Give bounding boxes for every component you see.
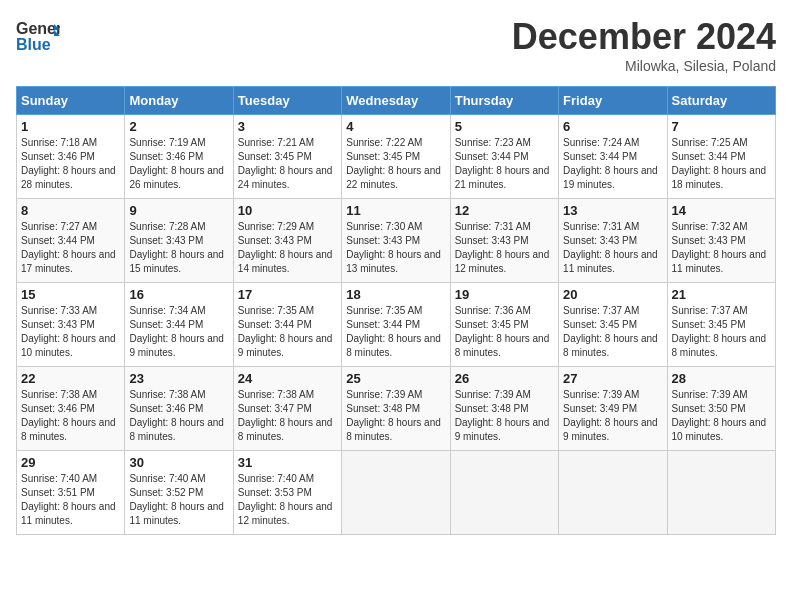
calendar-day-cell: 10 Sunrise: 7:29 AMSunset: 3:43 PMDaylig… bbox=[233, 199, 341, 283]
day-info: Sunrise: 7:39 AMSunset: 3:48 PMDaylight:… bbox=[455, 388, 554, 444]
day-number: 2 bbox=[129, 119, 228, 134]
day-info: Sunrise: 7:36 AMSunset: 3:45 PMDaylight:… bbox=[455, 304, 554, 360]
day-number: 15 bbox=[21, 287, 120, 302]
calendar-day-cell: 24 Sunrise: 7:38 AMSunset: 3:47 PMDaylig… bbox=[233, 367, 341, 451]
calendar-day-header: Friday bbox=[559, 87, 667, 115]
calendar-day-cell: 23 Sunrise: 7:38 AMSunset: 3:46 PMDaylig… bbox=[125, 367, 233, 451]
calendar-day-cell: 21 Sunrise: 7:37 AMSunset: 3:45 PMDaylig… bbox=[667, 283, 775, 367]
day-info: Sunrise: 7:38 AMSunset: 3:46 PMDaylight:… bbox=[21, 388, 120, 444]
calendar-day-cell bbox=[342, 451, 450, 535]
calendar-day-header: Wednesday bbox=[342, 87, 450, 115]
day-info: Sunrise: 7:35 AMSunset: 3:44 PMDaylight:… bbox=[238, 304, 337, 360]
calendar-day-cell: 9 Sunrise: 7:28 AMSunset: 3:43 PMDayligh… bbox=[125, 199, 233, 283]
day-number: 16 bbox=[129, 287, 228, 302]
day-info: Sunrise: 7:40 AMSunset: 3:53 PMDaylight:… bbox=[238, 472, 337, 528]
day-info: Sunrise: 7:18 AMSunset: 3:46 PMDaylight:… bbox=[21, 136, 120, 192]
day-info: Sunrise: 7:40 AMSunset: 3:52 PMDaylight:… bbox=[129, 472, 228, 528]
calendar-day-cell: 13 Sunrise: 7:31 AMSunset: 3:43 PMDaylig… bbox=[559, 199, 667, 283]
calendar-day-cell: 16 Sunrise: 7:34 AMSunset: 3:44 PMDaylig… bbox=[125, 283, 233, 367]
day-info: Sunrise: 7:24 AMSunset: 3:44 PMDaylight:… bbox=[563, 136, 662, 192]
day-number: 27 bbox=[563, 371, 662, 386]
day-number: 29 bbox=[21, 455, 120, 470]
calendar-day-header: Sunday bbox=[17, 87, 125, 115]
calendar-table: SundayMondayTuesdayWednesdayThursdayFrid… bbox=[16, 86, 776, 535]
day-number: 8 bbox=[21, 203, 120, 218]
day-info: Sunrise: 7:38 AMSunset: 3:46 PMDaylight:… bbox=[129, 388, 228, 444]
calendar-header-row: SundayMondayTuesdayWednesdayThursdayFrid… bbox=[17, 87, 776, 115]
day-number: 18 bbox=[346, 287, 445, 302]
day-number: 17 bbox=[238, 287, 337, 302]
calendar-day-cell: 19 Sunrise: 7:36 AMSunset: 3:45 PMDaylig… bbox=[450, 283, 558, 367]
day-info: Sunrise: 7:35 AMSunset: 3:44 PMDaylight:… bbox=[346, 304, 445, 360]
calendar-day-cell: 12 Sunrise: 7:31 AMSunset: 3:43 PMDaylig… bbox=[450, 199, 558, 283]
calendar-day-cell: 30 Sunrise: 7:40 AMSunset: 3:52 PMDaylig… bbox=[125, 451, 233, 535]
day-info: Sunrise: 7:32 AMSunset: 3:43 PMDaylight:… bbox=[672, 220, 771, 276]
day-info: Sunrise: 7:19 AMSunset: 3:46 PMDaylight:… bbox=[129, 136, 228, 192]
calendar-day-cell: 3 Sunrise: 7:21 AMSunset: 3:45 PMDayligh… bbox=[233, 115, 341, 199]
day-info: Sunrise: 7:23 AMSunset: 3:44 PMDaylight:… bbox=[455, 136, 554, 192]
day-number: 31 bbox=[238, 455, 337, 470]
calendar-week-row: 15 Sunrise: 7:33 AMSunset: 3:43 PMDaylig… bbox=[17, 283, 776, 367]
day-number: 20 bbox=[563, 287, 662, 302]
location-subtitle: Milowka, Silesia, Poland bbox=[512, 58, 776, 74]
calendar-body: 1 Sunrise: 7:18 AMSunset: 3:46 PMDayligh… bbox=[17, 115, 776, 535]
calendar-day-header: Thursday bbox=[450, 87, 558, 115]
day-number: 10 bbox=[238, 203, 337, 218]
day-info: Sunrise: 7:31 AMSunset: 3:43 PMDaylight:… bbox=[563, 220, 662, 276]
day-info: Sunrise: 7:39 AMSunset: 3:48 PMDaylight:… bbox=[346, 388, 445, 444]
day-info: Sunrise: 7:29 AMSunset: 3:43 PMDaylight:… bbox=[238, 220, 337, 276]
day-info: Sunrise: 7:30 AMSunset: 3:43 PMDaylight:… bbox=[346, 220, 445, 276]
day-number: 28 bbox=[672, 371, 771, 386]
day-number: 21 bbox=[672, 287, 771, 302]
calendar-day-cell: 31 Sunrise: 7:40 AMSunset: 3:53 PMDaylig… bbox=[233, 451, 341, 535]
calendar-day-cell: 20 Sunrise: 7:37 AMSunset: 3:45 PMDaylig… bbox=[559, 283, 667, 367]
day-info: Sunrise: 7:33 AMSunset: 3:43 PMDaylight:… bbox=[21, 304, 120, 360]
day-number: 6 bbox=[563, 119, 662, 134]
svg-text:General: General bbox=[16, 20, 60, 37]
calendar-day-cell: 6 Sunrise: 7:24 AMSunset: 3:44 PMDayligh… bbox=[559, 115, 667, 199]
calendar-day-cell: 26 Sunrise: 7:39 AMSunset: 3:48 PMDaylig… bbox=[450, 367, 558, 451]
day-info: Sunrise: 7:27 AMSunset: 3:44 PMDaylight:… bbox=[21, 220, 120, 276]
day-number: 19 bbox=[455, 287, 554, 302]
month-title: December 2024 bbox=[512, 16, 776, 58]
calendar-day-cell: 8 Sunrise: 7:27 AMSunset: 3:44 PMDayligh… bbox=[17, 199, 125, 283]
calendar-day-cell: 17 Sunrise: 7:35 AMSunset: 3:44 PMDaylig… bbox=[233, 283, 341, 367]
day-number: 4 bbox=[346, 119, 445, 134]
calendar-day-cell: 18 Sunrise: 7:35 AMSunset: 3:44 PMDaylig… bbox=[342, 283, 450, 367]
day-number: 23 bbox=[129, 371, 228, 386]
calendar-day-cell: 15 Sunrise: 7:33 AMSunset: 3:43 PMDaylig… bbox=[17, 283, 125, 367]
calendar-day-cell: 4 Sunrise: 7:22 AMSunset: 3:45 PMDayligh… bbox=[342, 115, 450, 199]
day-number: 22 bbox=[21, 371, 120, 386]
calendar-day-cell bbox=[450, 451, 558, 535]
day-info: Sunrise: 7:39 AMSunset: 3:49 PMDaylight:… bbox=[563, 388, 662, 444]
day-number: 14 bbox=[672, 203, 771, 218]
day-number: 30 bbox=[129, 455, 228, 470]
day-info: Sunrise: 7:21 AMSunset: 3:45 PMDaylight:… bbox=[238, 136, 337, 192]
calendar-day-cell: 2 Sunrise: 7:19 AMSunset: 3:46 PMDayligh… bbox=[125, 115, 233, 199]
calendar-day-cell: 11 Sunrise: 7:30 AMSunset: 3:43 PMDaylig… bbox=[342, 199, 450, 283]
title-block: December 2024 Milowka, Silesia, Poland bbox=[512, 16, 776, 74]
day-number: 7 bbox=[672, 119, 771, 134]
calendar-week-row: 22 Sunrise: 7:38 AMSunset: 3:46 PMDaylig… bbox=[17, 367, 776, 451]
calendar-day-cell bbox=[667, 451, 775, 535]
calendar-week-row: 8 Sunrise: 7:27 AMSunset: 3:44 PMDayligh… bbox=[17, 199, 776, 283]
day-number: 3 bbox=[238, 119, 337, 134]
logo-icon: General Blue bbox=[16, 16, 60, 54]
calendar-day-cell: 5 Sunrise: 7:23 AMSunset: 3:44 PMDayligh… bbox=[450, 115, 558, 199]
day-info: Sunrise: 7:37 AMSunset: 3:45 PMDaylight:… bbox=[563, 304, 662, 360]
day-number: 5 bbox=[455, 119, 554, 134]
calendar-week-row: 1 Sunrise: 7:18 AMSunset: 3:46 PMDayligh… bbox=[17, 115, 776, 199]
calendar-day-cell bbox=[559, 451, 667, 535]
day-info: Sunrise: 7:28 AMSunset: 3:43 PMDaylight:… bbox=[129, 220, 228, 276]
logo: General Blue bbox=[16, 16, 60, 54]
day-info: Sunrise: 7:34 AMSunset: 3:44 PMDaylight:… bbox=[129, 304, 228, 360]
day-number: 25 bbox=[346, 371, 445, 386]
day-info: Sunrise: 7:31 AMSunset: 3:43 PMDaylight:… bbox=[455, 220, 554, 276]
calendar-day-cell: 7 Sunrise: 7:25 AMSunset: 3:44 PMDayligh… bbox=[667, 115, 775, 199]
calendar-week-row: 29 Sunrise: 7:40 AMSunset: 3:51 PMDaylig… bbox=[17, 451, 776, 535]
day-number: 11 bbox=[346, 203, 445, 218]
calendar-day-cell: 1 Sunrise: 7:18 AMSunset: 3:46 PMDayligh… bbox=[17, 115, 125, 199]
calendar-day-cell: 27 Sunrise: 7:39 AMSunset: 3:49 PMDaylig… bbox=[559, 367, 667, 451]
day-number: 26 bbox=[455, 371, 554, 386]
page-header: General Blue December 2024 Milowka, Sile… bbox=[16, 16, 776, 74]
